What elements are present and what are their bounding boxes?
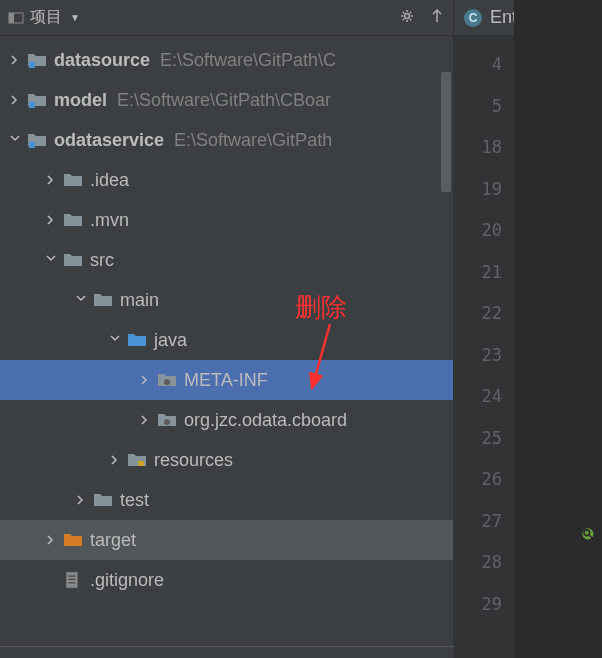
search-marker-icon (580, 526, 598, 544)
line-number: 29 (454, 584, 502, 626)
node-label: src (90, 250, 114, 271)
node-label: org.jzc.odata.cboard (184, 410, 347, 431)
node-label: target (90, 530, 136, 551)
folder-icon (64, 252, 82, 268)
panel-header: 项目 ▼ (0, 0, 453, 36)
node-path: E:\Software\GitPath (174, 130, 332, 151)
node-label: datasource (54, 50, 150, 71)
expand-icon (44, 573, 58, 587)
line-number: 5 (454, 86, 502, 128)
folder-icon (94, 492, 112, 508)
module-icon (28, 132, 46, 148)
node-label: model (54, 90, 107, 111)
editor-area: C EntityS 45181920212223242526272829 (454, 0, 602, 658)
node-label: java (154, 330, 187, 351)
node-label: .gitignore (90, 570, 164, 591)
svg-rect-11 (69, 579, 76, 580)
expand-icon[interactable] (44, 253, 58, 267)
module-icon (28, 52, 46, 68)
node-label: odataservice (54, 130, 164, 151)
expand-icon[interactable] (44, 533, 58, 547)
tree-node-datasource[interactable]: datasourceE:\Software\GitPath\C (0, 40, 453, 80)
expand-icon[interactable] (138, 413, 152, 427)
folder-icon (64, 172, 82, 188)
line-number: 4 (454, 44, 502, 86)
expand-icon[interactable] (44, 213, 58, 227)
node-path: E:\Software\GitPath\CBoar (117, 90, 331, 111)
tree-node--gitignore[interactable]: .gitignore (0, 560, 453, 600)
gear-icon[interactable] (399, 8, 415, 28)
resources-folder-icon (128, 452, 146, 468)
editor-content[interactable] (514, 0, 602, 658)
line-number: 27 (454, 501, 502, 543)
tree-node-src[interactable]: src (0, 240, 453, 280)
project-panel: 项目 ▼ datasourceE:\Software\GitPath\Cmode… (0, 0, 454, 658)
svg-rect-5 (29, 142, 35, 148)
svg-rect-8 (138, 461, 144, 466)
tree-node--mvn[interactable]: .mvn (0, 200, 453, 240)
class-file-icon: C (464, 9, 482, 27)
folder-icon (64, 212, 82, 228)
expand-icon[interactable] (8, 53, 22, 67)
node-label: .mvn (90, 210, 129, 231)
expand-icon[interactable] (74, 493, 88, 507)
tree-node--idea[interactable]: .idea (0, 160, 453, 200)
svg-rect-1 (9, 13, 14, 23)
tree-node-java[interactable]: java (0, 320, 453, 360)
line-number: 28 (454, 542, 502, 584)
expand-icon[interactable] (8, 93, 22, 107)
line-number: 22 (454, 293, 502, 335)
expand-icon[interactable] (8, 133, 22, 147)
package-icon (158, 412, 176, 428)
tree-node-main[interactable]: main (0, 280, 453, 320)
source-folder-icon (128, 332, 146, 348)
line-number: 24 (454, 376, 502, 418)
tree-node-meta-inf[interactable]: META-INF (0, 360, 453, 400)
panel-title: 项目 (30, 7, 62, 28)
tree-node-model[interactable]: modelE:\Software\GitPath\CBoar (0, 80, 453, 120)
line-number: 20 (454, 210, 502, 252)
tree-node-target[interactable]: target (0, 520, 453, 560)
collapse-icon[interactable] (429, 8, 445, 28)
line-number: 25 (454, 418, 502, 460)
svg-rect-4 (29, 102, 35, 108)
svg-point-7 (164, 419, 170, 425)
line-number: 23 (454, 335, 502, 377)
editor-gutter: 45181920212223242526272829 (454, 0, 514, 658)
project-tree: datasourceE:\Software\GitPath\CmodelE:\S… (0, 36, 453, 658)
gitignore-icon (64, 572, 82, 588)
line-number: 21 (454, 252, 502, 294)
svg-rect-12 (69, 582, 76, 583)
tree-node-test[interactable]: test (0, 480, 453, 520)
module-icon (28, 92, 46, 108)
project-view-icon (8, 10, 24, 26)
bottom-toolbar (0, 646, 454, 658)
node-label: test (120, 490, 149, 511)
tree-node-odataservice[interactable]: odataserviceE:\Software\GitPath (0, 120, 453, 160)
tree-node-resources[interactable]: resources (0, 440, 453, 480)
node-path: E:\Software\GitPath\C (160, 50, 336, 71)
expand-icon[interactable] (108, 453, 122, 467)
package-icon (158, 372, 176, 388)
line-number: 19 (454, 169, 502, 211)
expand-icon[interactable] (138, 373, 152, 387)
node-label: .idea (90, 170, 129, 191)
folder-icon (94, 292, 112, 308)
panel-dropdown-icon[interactable]: ▼ (70, 12, 80, 23)
expand-icon[interactable] (44, 173, 58, 187)
target-folder-icon (64, 532, 82, 548)
expand-icon[interactable] (74, 293, 88, 307)
svg-rect-10 (69, 576, 76, 577)
node-label: META-INF (184, 370, 268, 391)
svg-point-6 (164, 379, 170, 385)
node-label: resources (154, 450, 233, 471)
line-number: 18 (454, 127, 502, 169)
node-label: main (120, 290, 159, 311)
expand-icon[interactable] (108, 333, 122, 347)
line-number: 26 (454, 459, 502, 501)
svg-rect-3 (29, 62, 35, 68)
tree-node-org-jzc-odata-cboard[interactable]: org.jzc.odata.cboard (0, 400, 453, 440)
svg-point-2 (405, 13, 410, 18)
